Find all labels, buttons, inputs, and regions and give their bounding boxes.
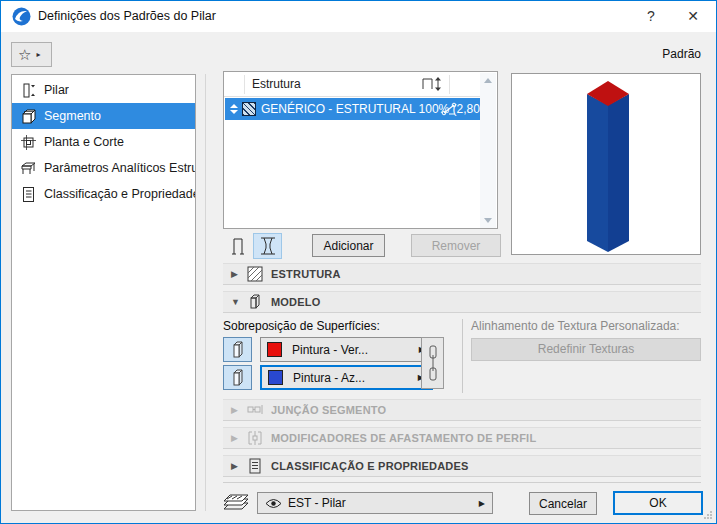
surface-dropdown-blue[interactable]: Pintura - Az... ▶ (260, 365, 433, 390)
archicad-logo-icon (12, 7, 31, 26)
plan-section-icon (20, 134, 37, 151)
structure-section-icon (247, 266, 263, 282)
surface-dropdown-red[interactable]: Pintura - Ver... ▶ (260, 337, 433, 362)
width-height-icon (420, 76, 444, 92)
sidebar-item-pilar[interactable]: Pilar (12, 77, 195, 103)
layer-name: EST - Pilar (288, 496, 479, 510)
model-section-icon (247, 294, 263, 310)
section-label: MODELO (271, 296, 320, 308)
star-icon: ☆ (18, 46, 31, 64)
segment-structure-table: Estrutura GENÉRICO - ESTRUTURAL 100% (2,… (223, 71, 498, 229)
close-button[interactable]: ✕ (673, 1, 713, 32)
tapered-column-icon (258, 236, 278, 256)
section-label: JUNÇÃO SEGMENTO (271, 404, 386, 416)
sidebar-item-label: Planta e Corte (44, 135, 124, 149)
column-3d-render (512, 74, 700, 254)
section-label: ESTRUTURA (271, 268, 341, 280)
surface-color-swatch (267, 342, 282, 357)
chevron-right-icon: ▶ (231, 433, 241, 443)
add-segment-button[interactable]: Adicionar (312, 234, 385, 257)
section-classificacao[interactable]: ▶ CLASSIFICAÇÃO E PROPRIEDADES (223, 455, 701, 477)
section-modelo[interactable]: ▼ MODELO (223, 291, 701, 313)
scroll-down-icon[interactable] (480, 213, 496, 228)
section-label: CLASSIFICAÇÃO E PROPRIEDADES (271, 460, 469, 472)
column-settings-dialog: Definições dos Padrões do Pilar ? ✕ ☆ ▸ … (0, 0, 717, 524)
scroll-up-icon[interactable] (480, 73, 496, 88)
sidebar-item-planta-e-corte[interactable]: Planta e Corte (12, 129, 195, 155)
surface-override-label: Sobreposição de Superfícies: (223, 319, 380, 333)
sidebar-item-label: Classificação e Propriedades (44, 187, 195, 201)
box-icon (231, 341, 245, 359)
profile-offset-modifiers-icon (247, 430, 263, 446)
segment-row-selected[interactable]: GENÉRICO - ESTRUTURAL 100% (2,80) (225, 98, 481, 120)
preview-mode-label: Padrão (561, 47, 701, 61)
structural-params-icon (20, 160, 37, 177)
surface-color-swatch (268, 370, 283, 385)
classification-section-icon (247, 458, 263, 474)
chain-link-icon (427, 345, 439, 381)
surface-name: Pintura - Ver... (292, 343, 419, 357)
box-icon (231, 369, 245, 387)
sidebar-item-label: Parâmetros Analíticos Estrut... (44, 161, 195, 175)
section-modificadores[interactable]: ▶ MODIFICADORES DE AFASTAMENTO DE PERFIL (223, 427, 701, 449)
sidebar-item-label: Segmento (44, 109, 101, 123)
ok-button[interactable]: OK (613, 491, 703, 515)
link-surfaces-button[interactable] (421, 337, 444, 389)
column-right-face (608, 94, 629, 252)
dropdown-arrow-icon: ▶ (479, 499, 485, 508)
modelo-divider (462, 319, 463, 393)
sidebar-item-segmento[interactable]: Segmento (12, 103, 195, 129)
column-left-face (587, 94, 608, 252)
layers-icon (223, 493, 250, 511)
edit-segment-icon[interactable] (441, 101, 457, 117)
segment-icon (20, 108, 37, 125)
surface-name: Pintura - Az... (293, 371, 418, 385)
sidebar-item-classificacao[interactable]: Classificação e Propriedades (12, 181, 195, 207)
favorites-button[interactable]: ☆ ▸ (11, 42, 52, 67)
panel-divider (205, 74, 206, 511)
sidebar-item-label: Pilar (44, 83, 69, 97)
dialog-title: Definições dos Padrões do Pilar (38, 9, 216, 23)
classification-icon (20, 186, 37, 203)
reset-textures-button[interactable]: Redefinir Texturas (471, 338, 701, 361)
column-header-structure: Estrutura (252, 77, 301, 91)
texture-alignment-label: Alinhamento de Textura Personalizada: (471, 319, 680, 333)
table-scrollbar[interactable] (480, 73, 496, 228)
row-reorder-handle[interactable] (230, 104, 238, 114)
remove-segment-button[interactable]: Remover (411, 234, 501, 257)
section-juncao-segmento[interactable]: ▶ JUNÇÃO SEGMENTO (223, 399, 701, 421)
fill-hatch-swatch (242, 102, 256, 116)
surface-all-faces-button-2[interactable] (223, 365, 252, 390)
column-3d-preview[interactable] (511, 73, 701, 255)
segment-junction-icon (247, 402, 263, 418)
tapered-column-toggle[interactable] (253, 233, 282, 259)
chevron-down-icon: ▼ (231, 297, 241, 307)
chevron-right-icon: ▶ (231, 405, 241, 415)
eye-icon (265, 498, 282, 509)
layer-selector[interactable]: EST - Pilar ▶ (257, 492, 493, 514)
settings-sidebar: Pilar Segmento Planta e Corte (11, 74, 196, 511)
title-bar: Definições dos Padrões do Pilar ? ✕ (1, 1, 716, 32)
column-icon (20, 82, 37, 99)
resize-grip[interactable] (703, 510, 713, 520)
chevron-right-icon: ▶ (231, 269, 241, 279)
section-label: MODIFICADORES DE AFASTAMENTO DE PERFIL (271, 432, 536, 444)
flyout-arrow-icon: ▸ (36, 50, 40, 59)
cancel-button[interactable]: Cancelar (529, 492, 597, 515)
footer-divider (223, 482, 701, 483)
section-estrutura[interactable]: ▶ ESTRUTURA (223, 263, 701, 285)
chevron-right-icon: ▶ (231, 461, 241, 471)
table-header: Estrutura (224, 72, 480, 97)
help-button[interactable]: ? (631, 1, 671, 32)
sidebar-item-parametros-analiticos[interactable]: Parâmetros Analíticos Estrut... (12, 155, 195, 181)
straight-column-icon (229, 236, 247, 256)
surface-all-faces-button-1[interactable] (223, 337, 252, 362)
straight-column-toggle[interactable] (223, 233, 252, 259)
